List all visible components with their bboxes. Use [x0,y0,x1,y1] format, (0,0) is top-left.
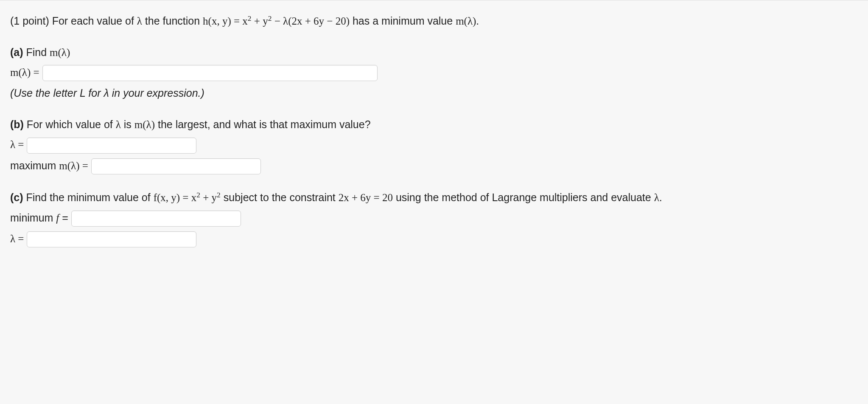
part-b-text1: For which value of [24,118,116,130]
part-c-lambda: λ [654,192,659,203]
m-lambda-input[interactable] [42,65,378,81]
part-a-label: (a) [10,46,23,58]
part-a-answer-row: m(λ) = [10,65,858,81]
part-c-text3: using the method of Lagrange multipliers… [393,191,654,203]
part-b: (b) For which value of λ is m(λ) the lar… [10,117,858,174]
part-a-text: Find [23,46,50,58]
part-c-text1: Find the minimum value of [23,191,154,203]
part-c-minf-row: minimum f = [10,210,858,227]
part-b-prompt: (b) For which value of λ is m(λ) the lar… [10,117,858,133]
part-b-text3: the largest, and what is that maximum va… [155,118,371,130]
intro-period: . [476,15,479,27]
maximum-label-prefix: maximum [10,160,59,171]
max-m-lambda-input[interactable] [91,158,261,174]
part-b-max-row: maximum m(λ) = [10,158,858,174]
part-a-mlambda: m(λ) [50,47,70,58]
lambda-equals-label-c: λ = [10,233,24,244]
part-a-hint: (Use the letter L for λ in your expressi… [10,85,858,101]
part-a-prompt: (a) Find m(λ) [10,45,858,61]
part-a: (a) Find m(λ) m(λ) = (Use the letter L f… [10,45,858,101]
m-lambda: m(λ) [456,15,476,27]
part-c-lambda-row: λ = [10,231,858,247]
part-b-label: (b) [10,118,24,130]
part-c-period: . [659,191,662,203]
part-c-label: (c) [10,191,23,203]
minimum-label-prefix: minimum [10,212,56,224]
part-b-mlambda: m(λ) [134,119,155,130]
part-c: (c) Find the minimum value of f(x, y) = … [10,190,858,247]
lambda-input-c[interactable] [27,231,196,247]
intro-lead: For each value of [52,15,137,27]
lambda-equals-label: λ = [10,139,24,150]
min-f-input[interactable] [71,210,241,227]
func-lhs: h(x, y) = [203,15,242,27]
part-b-lambda-row: λ = [10,137,858,153]
lambda-input-b[interactable] [27,137,196,154]
func-rest: − λ(2x + 6y − 20) [272,15,350,27]
func-x: x2 [242,15,251,27]
part-c-prompt: (c) Find the minimum value of f(x, y) = … [10,190,858,206]
part-c-text2: subject to the constraint [221,191,339,203]
part-b-lambda: λ [116,119,121,130]
part-c-constraint: 2x + 6y = 20 [339,192,393,203]
part-c-func: f(x, y) = x2 + y2 [154,192,221,203]
maximum-mlambda-label: m(λ) = [59,160,88,171]
func-y: + y2 [252,15,272,27]
intro-mid: the function [142,15,203,27]
intro-tail: has a minimum value [350,15,456,27]
minimum-equals: = [59,212,71,224]
m-lambda-equals-label: m(λ) = [10,67,39,78]
part-b-text2: is [121,118,134,130]
intro-statement: (1 point) For each value of λ the functi… [10,13,858,29]
lambda-symbol: λ [137,15,142,27]
points-prefix: (1 point) [10,15,52,27]
